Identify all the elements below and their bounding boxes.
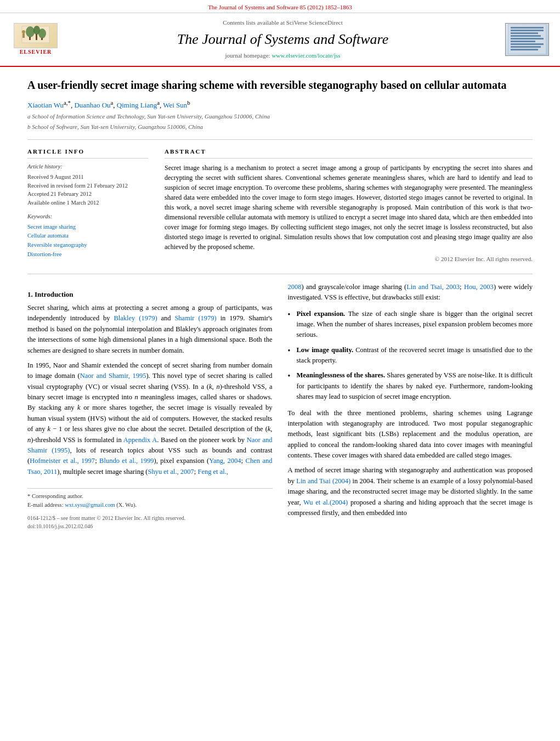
- appendix-link[interactable]: Appendix A: [123, 436, 157, 444]
- section1-title-text: Introduction: [35, 290, 73, 298]
- svg-rect-14: [511, 38, 544, 39]
- bottom-license: 0164-1212/$ – see front matter © 2012 El…: [27, 514, 273, 530]
- journal-reference-bar: The Journal of Systems and Software 85 (…: [0, 0, 560, 13]
- svg-rect-12: [511, 32, 538, 34]
- svg-rect-16: [511, 43, 544, 45]
- svg-point-3: [38, 29, 46, 38]
- elsevier-label: ELSEVIER: [20, 48, 52, 56]
- email-label: E-mail address:: [27, 502, 64, 508]
- section1-para1: Secret sharing, which aims at protecting…: [27, 303, 273, 356]
- section1-number: 1.: [27, 290, 33, 298]
- homepage-url[interactable]: www.elsevier.com/locate/jss: [271, 52, 340, 59]
- author-duanhao[interactable]: Duanhao Ou: [74, 101, 110, 109]
- section1-para2: In 1995, Naor and Shamir extended the co…: [27, 360, 273, 477]
- elsevier-logo: ELSEVIER: [11, 23, 60, 56]
- lin-tsai2004-link[interactable]: Lin and Tsai (2004): [296, 477, 350, 485]
- svg-rect-6: [41, 38, 43, 40]
- section1-para3: To deal with the three mentioned problem…: [288, 408, 533, 461]
- drawbacks-list: Pixel expansion. The size of each single…: [288, 309, 533, 403]
- keywords-section: Keywords: Secret image sharing Cellular …: [27, 213, 148, 259]
- email-name: (X. Wu).: [116, 502, 137, 508]
- naor-shamir-link[interactable]: Naor and Shamir, 1995: [80, 372, 146, 380]
- body-section: 1. Introduction Secret sharing, which ai…: [27, 282, 533, 530]
- blundo-link[interactable]: Blundo et al., 1999: [99, 457, 154, 465]
- shamir1979-link[interactable]: Shamir (1979): [174, 314, 216, 322]
- journal-logo-image: [508, 24, 546, 54]
- svg-point-1: [26, 26, 35, 37]
- footnote-email: E-mail address: wxt.sysu@gmail.com (X. W…: [27, 501, 273, 510]
- keyword-link-4[interactable]: Distortion-free: [27, 251, 61, 257]
- body-col-left: 1. Introduction Secret sharing, which ai…: [27, 282, 273, 530]
- elsevier-tree-icon: [19, 24, 52, 46]
- svg-rect-11: [511, 30, 544, 31]
- history-label: Article history:: [27, 163, 148, 171]
- 2008-link[interactable]: 2008: [288, 283, 302, 291]
- shyu-link[interactable]: Shyu et al., 2007: [148, 468, 194, 476]
- section1-para2-continued: 2008) and grayscale/color image sharing …: [288, 282, 533, 303]
- footnote-area: * Corresponding author. E-mail address: …: [27, 488, 273, 510]
- bullet-pe-title: Pixel expansion.: [297, 310, 346, 318]
- article-info-column: ARTICLE INFO Article history: Received 9…: [27, 148, 148, 265]
- svg-rect-13: [511, 35, 541, 37]
- keyword-1: Secret image sharing: [27, 223, 148, 232]
- main-content: A user-friendly secret image sharing sch…: [0, 67, 560, 541]
- author-xiaotian[interactable]: Xiaotian Wu: [27, 101, 64, 109]
- feng-link[interactable]: Feng et al.,: [197, 468, 228, 476]
- abstract-title: ABSTRACT: [165, 148, 533, 159]
- contents-text: Contents lists available at SciVerse Sci…: [223, 19, 342, 26]
- journal-ref-text: The Journal of Systems and Software 85 (…: [208, 4, 352, 10]
- author-wei[interactable]: Wei Sun: [163, 101, 187, 109]
- svg-rect-8: [22, 33, 25, 38]
- journal-title: The Journal of Systems and Software: [60, 30, 505, 49]
- svg-rect-4: [29, 37, 31, 40]
- divider-1: [27, 139, 533, 140]
- affiliation-a: a School of Information Science and Tech…: [27, 112, 533, 121]
- yang2004-link[interactable]: Yang, 2004: [209, 457, 241, 465]
- author-qiming[interactable]: Qiming Liang: [117, 101, 157, 109]
- svg-rect-15: [511, 41, 535, 42]
- svg-rect-10: [511, 27, 544, 29]
- footnote-star-label: * Corresponding author.: [27, 493, 83, 499]
- homepage-label: journal homepage:: [225, 52, 270, 59]
- info-abstract-section: ARTICLE INFO Article history: Received 9…: [27, 148, 533, 265]
- hou2003-link[interactable]: Hou, 2003: [464, 283, 494, 291]
- svg-point-7: [22, 30, 25, 33]
- hofmeister-link[interactable]: Hofmeister et al., 1997: [30, 457, 95, 465]
- article-title: A user-friendly secret image sharing sch…: [27, 78, 533, 92]
- stacked-results-text: stacked results: [232, 415, 273, 422]
- wu2004-link[interactable]: Wu et al.(2004): [303, 499, 348, 506]
- revised-date: Received in revised form 21 February 201…: [27, 182, 148, 190]
- footnote-star: * Corresponding author.: [27, 492, 273, 501]
- keyword-link-3[interactable]: Reversible steganography: [27, 242, 87, 248]
- journal-homepage: journal homepage: www.elsevier.com/locat…: [60, 52, 505, 60]
- contents-available-line: Contents lists available at SciVerse Sci…: [60, 19, 505, 27]
- section1-title: 1. Introduction: [27, 290, 273, 299]
- keyword-2: Cellular automata: [27, 231, 148, 241]
- journal-header: ELSEVIER Contents lists available at Sci…: [0, 13, 560, 66]
- keyword-4: Distortion-free: [27, 250, 148, 259]
- received-date: Received 9 August 2011: [27, 173, 148, 182]
- abstract-column: ABSTRACT Secret image sharing is a mecha…: [165, 148, 533, 265]
- affiliation-b: b School of Software, Sun Yat-sen Univer…: [27, 123, 533, 131]
- divider-2: [27, 274, 533, 274]
- body-col-right: 2008) and grayscale/color image sharing …: [288, 282, 533, 530]
- keyword-link-1[interactable]: Secret image sharing: [27, 224, 76, 230]
- section1-para4: A method of secret image sharing with st…: [288, 465, 533, 518]
- bullet-ml-title: Meaninglessness of the shares.: [297, 371, 386, 379]
- bullet-meaninglessness: Meaninglessness of the shares. Shares ge…: [288, 370, 533, 402]
- available-date: Available online 1 March 2012: [27, 199, 148, 207]
- svg-rect-18: [511, 49, 538, 50]
- blakley-link[interactable]: Blakley (1979): [114, 314, 157, 322]
- history-section: Article history: Received 9 August 2011 …: [27, 163, 148, 207]
- lin-tsai-link[interactable]: Lin and Tsai, 2003: [406, 283, 460, 291]
- email-link[interactable]: wxt.sysu@gmail.com: [65, 502, 115, 508]
- doi-text: doi:10.1016/j.jss.2012.02.046: [27, 522, 273, 530]
- journal-header-center: Contents lists available at SciVerse Sci…: [60, 19, 505, 60]
- journal-logo-right: [505, 23, 549, 56]
- authors-line: Xiaotian Wua,*, Duanhao Oua, Qiming Lian…: [27, 99, 533, 111]
- svg-rect-5: [36, 34, 37, 40]
- elsevier-image: [14, 23, 58, 48]
- bullet-lq-title: Low image quality.: [297, 346, 354, 354]
- keyword-link-2[interactable]: Cellular automata: [27, 233, 69, 239]
- keywords-label: Keywords:: [27, 213, 148, 221]
